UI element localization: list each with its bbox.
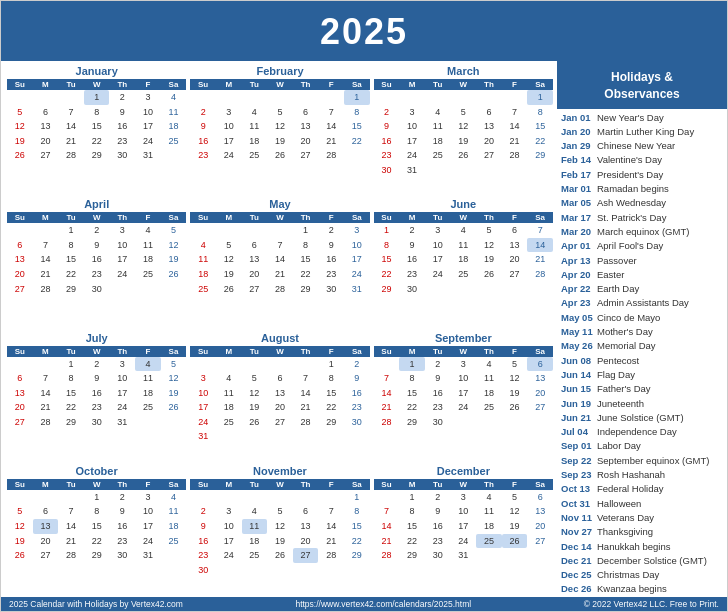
day-cell[interactable]: 15 xyxy=(527,119,553,134)
day-cell[interactable]: 9 xyxy=(84,371,110,386)
day-cell[interactable]: 20 xyxy=(242,267,268,282)
day-cell[interactable]: 23 xyxy=(190,148,216,163)
day-cell[interactable]: 1 xyxy=(399,490,425,505)
day-cell[interactable]: 12 xyxy=(476,238,502,253)
day-cell[interactable]: 25 xyxy=(161,534,187,549)
day-cell[interactable]: 19 xyxy=(216,267,242,282)
day-cell[interactable]: 28 xyxy=(33,415,59,430)
day-cell[interactable]: 22 xyxy=(84,534,110,549)
day-cell[interactable]: 20 xyxy=(33,134,59,149)
day-cell[interactable]: 4 xyxy=(190,238,216,253)
day-cell[interactable]: 29 xyxy=(84,548,110,563)
day-cell[interactable]: 1 xyxy=(374,223,400,238)
day-cell[interactable]: 4 xyxy=(476,490,502,505)
day-cell[interactable]: 3 xyxy=(109,223,135,238)
day-cell[interactable]: 14 xyxy=(33,252,59,267)
day-cell[interactable]: 11 xyxy=(476,371,502,386)
day-cell[interactable]: 16 xyxy=(190,534,216,549)
day-cell[interactable]: 30 xyxy=(344,415,370,430)
day-cell[interactable]: 23 xyxy=(344,400,370,415)
day-cell[interactable]: 5 xyxy=(502,357,528,372)
day-cell[interactable]: 24 xyxy=(344,267,370,282)
day-cell[interactable]: 24 xyxy=(109,400,135,415)
day-cell[interactable]: 24 xyxy=(216,548,242,563)
day-cell[interactable]: 19 xyxy=(502,386,528,401)
day-cell[interactable]: 25 xyxy=(242,148,268,163)
day-cell[interactable]: 14 xyxy=(374,519,400,534)
day-cell[interactable]: 21 xyxy=(318,534,344,549)
day-cell[interactable]: 22 xyxy=(399,534,425,549)
day-cell[interactable]: 29 xyxy=(58,282,84,297)
day-cell[interactable]: 7 xyxy=(267,238,293,253)
day-cell[interactable]: 18 xyxy=(242,534,268,549)
day-cell[interactable]: 21 xyxy=(33,400,59,415)
day-cell[interactable]: 11 xyxy=(451,238,477,253)
day-cell[interactable]: 12 xyxy=(161,371,187,386)
day-cell[interactable]: 16 xyxy=(109,119,135,134)
day-cell[interactable]: 8 xyxy=(84,105,110,120)
day-cell[interactable]: 6 xyxy=(33,105,59,120)
day-cell[interactable]: 2 xyxy=(399,223,425,238)
day-cell[interactable]: 27 xyxy=(293,548,319,563)
day-cell[interactable]: 6 xyxy=(293,105,319,120)
day-cell[interactable]: 29 xyxy=(84,148,110,163)
day-cell[interactable]: 8 xyxy=(58,371,84,386)
day-cell[interactable]: 10 xyxy=(451,371,477,386)
day-cell[interactable]: 29 xyxy=(527,148,553,163)
day-cell[interactable]: 28 xyxy=(293,415,319,430)
day-cell[interactable]: 5 xyxy=(161,223,187,238)
day-cell[interactable]: 27 xyxy=(33,548,59,563)
day-cell[interactable]: 9 xyxy=(425,371,451,386)
day-cell[interactable]: 14 xyxy=(527,238,553,253)
day-cell[interactable]: 7 xyxy=(33,371,59,386)
day-cell[interactable]: 11 xyxy=(242,519,268,534)
day-cell[interactable]: 15 xyxy=(293,252,319,267)
day-cell[interactable]: 1 xyxy=(58,223,84,238)
day-cell[interactable]: 4 xyxy=(135,223,161,238)
day-cell[interactable]: 6 xyxy=(293,504,319,519)
day-cell[interactable]: 23 xyxy=(190,548,216,563)
day-cell[interactable]: 17 xyxy=(135,119,161,134)
day-cell[interactable]: 16 xyxy=(344,386,370,401)
day-cell[interactable]: 8 xyxy=(527,105,553,120)
day-cell[interactable]: 15 xyxy=(318,386,344,401)
day-cell[interactable]: 21 xyxy=(318,134,344,149)
day-cell[interactable]: 5 xyxy=(502,490,528,505)
day-cell[interactable]: 25 xyxy=(190,282,216,297)
day-cell[interactable]: 1 xyxy=(344,490,370,505)
day-cell[interactable]: 22 xyxy=(399,400,425,415)
day-cell[interactable]: 23 xyxy=(425,400,451,415)
day-cell[interactable]: 28 xyxy=(33,282,59,297)
day-cell[interactable]: 19 xyxy=(502,519,528,534)
day-cell[interactable]: 17 xyxy=(344,252,370,267)
day-cell[interactable]: 24 xyxy=(451,400,477,415)
day-cell[interactable]: 8 xyxy=(293,238,319,253)
day-cell[interactable]: 11 xyxy=(216,386,242,401)
day-cell[interactable]: 18 xyxy=(216,400,242,415)
day-cell[interactable]: 19 xyxy=(476,252,502,267)
day-cell[interactable]: 2 xyxy=(374,105,400,120)
day-cell[interactable]: 2 xyxy=(344,357,370,372)
day-cell[interactable]: 11 xyxy=(242,119,268,134)
day-cell[interactable]: 25 xyxy=(135,400,161,415)
day-cell[interactable]: 6 xyxy=(7,238,33,253)
day-cell[interactable]: 5 xyxy=(451,105,477,120)
day-cell[interactable]: 24 xyxy=(216,148,242,163)
day-cell[interactable]: 17 xyxy=(216,134,242,149)
day-cell[interactable]: 21 xyxy=(58,134,84,149)
day-cell[interactable]: 20 xyxy=(267,400,293,415)
day-cell[interactable]: 17 xyxy=(216,534,242,549)
day-cell[interactable]: 3 xyxy=(451,357,477,372)
day-cell[interactable]: 5 xyxy=(267,504,293,519)
day-cell[interactable]: 15 xyxy=(344,119,370,134)
day-cell[interactable]: 28 xyxy=(502,148,528,163)
day-cell[interactable]: 4 xyxy=(476,357,502,372)
day-cell[interactable]: 9 xyxy=(109,105,135,120)
day-cell[interactable]: 26 xyxy=(267,548,293,563)
day-cell[interactable]: 10 xyxy=(425,238,451,253)
day-cell[interactable]: 8 xyxy=(344,504,370,519)
day-cell[interactable]: 2 xyxy=(425,490,451,505)
day-cell[interactable]: 21 xyxy=(293,400,319,415)
day-cell[interactable]: 21 xyxy=(33,267,59,282)
day-cell[interactable]: 16 xyxy=(84,386,110,401)
